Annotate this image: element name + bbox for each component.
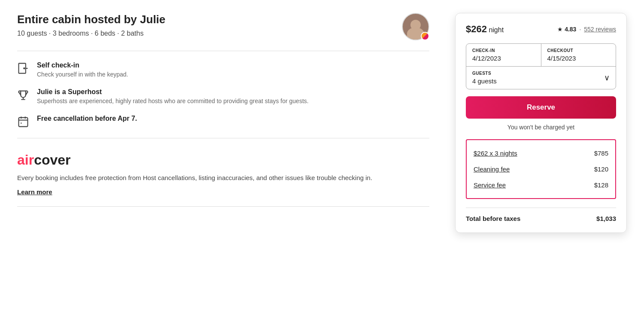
feature-superhost: Julie is a Superhost Superhosts are expe… (17, 88, 429, 104)
fee-service-label[interactable]: Service fee (474, 181, 506, 189)
checkout-label: CHECKOUT (547, 48, 610, 53)
feature-checkin-text: Self check-in Check yourself in with the… (37, 61, 128, 78)
checkout-value: 4/15/2023 (547, 55, 610, 62)
fee-cleaning-value: $120 (594, 165, 608, 173)
price-amount: $262 (466, 24, 487, 34)
checkin-label: CHECK-IN (472, 48, 535, 53)
fee-row-cleaning: Cleaning fee $120 (467, 161, 615, 177)
fee-nights-value: $785 (594, 150, 608, 157)
feature-checkin-desc: Check yourself in with the keypad. (37, 71, 128, 78)
fee-service-value: $128 (594, 181, 608, 189)
fee-row-nights: $262 x 3 nights $785 (467, 145, 615, 161)
guests-info: GUESTS 4 guests (472, 71, 497, 85)
rating-row: ★ 4.83 · 552 reviews (557, 26, 616, 33)
feature-self-checkin: Self check-in Check yourself in with the… (17, 61, 429, 78)
reserve-button[interactable]: Reserve (466, 96, 616, 119)
feature-checkin-title: Self check-in (37, 61, 128, 69)
rating-value: 4.83 (565, 26, 576, 33)
checkin-cell[interactable]: CHECK-IN 4/12/2023 (466, 44, 541, 66)
date-guest-grid: CHECK-IN 4/12/2023 CHECKOUT 4/15/2023 GU… (466, 43, 616, 89)
rating-dot: · (579, 26, 581, 33)
aircover-cover: cover (34, 152, 70, 168)
host-header: Entire cabin hosted by Julie 10 guests ·… (17, 13, 429, 40)
booking-card: $262 night ★ 4.83 · 552 reviews CHECK-IN… (455, 13, 627, 233)
aircover-logo: aircover (17, 152, 429, 168)
divider-top (17, 51, 429, 51)
price-rating-row: $262 night ★ 4.83 · 552 reviews (466, 24, 616, 35)
checkin-value: 4/12/2023 (472, 55, 535, 62)
feature-cancellation: Free cancellation before Apr 7. (17, 115, 429, 128)
no-charge-text: You won't be charged yet (466, 124, 616, 131)
feature-cancellation-text: Free cancellation before Apr 7. (37, 115, 137, 124)
learn-more-link[interactable]: Learn more (17, 188, 52, 196)
left-column: Entire cabin hosted by Julie 10 guests ·… (17, 13, 429, 233)
guests-value: 4 guests (472, 77, 497, 85)
feature-superhost-title: Julie is a Superhost (37, 88, 309, 96)
host-info: Entire cabin hosted by Julie 10 guests ·… (17, 13, 165, 37)
total-value: $1,033 (596, 215, 616, 222)
aircover-section: aircover Every booking includes free pro… (17, 152, 429, 196)
chevron-down-icon: ∨ (604, 73, 610, 83)
date-row: CHECK-IN 4/12/2023 CHECKOUT 4/15/2023 (466, 44, 616, 66)
fee-nights-label[interactable]: $262 x 3 nights (474, 150, 517, 157)
right-column: $262 night ★ 4.83 · 552 reviews CHECK-IN… (455, 13, 627, 233)
svg-point-2 (24, 68, 24, 69)
star-icon: ★ (557, 26, 563, 33)
night-label: night (487, 26, 504, 34)
aircover-desc: Every booking includes free protection f… (17, 173, 429, 183)
total-row: Total before taxes $1,033 (466, 208, 616, 222)
avatar-wrapper (402, 13, 429, 40)
feature-list: Self check-in Check yourself in with the… (17, 61, 429, 128)
feature-superhost-desc: Superhosts are experienced, highly rated… (37, 98, 309, 104)
divider-bottom (17, 206, 429, 207)
checkout-cell[interactable]: CHECKOUT 4/15/2023 (541, 44, 616, 66)
svg-rect-3 (19, 118, 28, 127)
guests-label: GUESTS (472, 71, 497, 76)
host-title: Entire cabin hosted by Julie (17, 13, 165, 26)
feature-superhost-text: Julie is a Superhost Superhosts are expe… (37, 88, 309, 104)
fee-cleaning-label[interactable]: Cleaning fee (474, 165, 510, 173)
calendar-icon (17, 116, 29, 128)
feature-cancellation-title: Free cancellation before Apr 7. (37, 115, 137, 122)
fees-section: $262 x 3 nights $785 Cleaning fee $120 S… (466, 139, 616, 199)
price-display: $262 night (466, 24, 504, 35)
reviews-link[interactable]: 552 reviews (584, 26, 616, 33)
guests-cell[interactable]: GUESTS 4 guests ∨ (466, 66, 616, 89)
aircover-air: air (17, 152, 34, 168)
trophy-icon (17, 89, 29, 101)
superhost-badge (421, 32, 429, 40)
divider-middle (17, 138, 429, 138)
fee-row-service: Service fee $128 (467, 177, 615, 193)
host-subtitle: 10 guests · 3 bedrooms · 6 beds · 2 bath… (17, 30, 165, 37)
total-label: Total before taxes (466, 215, 520, 222)
page-wrapper: Entire cabin hosted by Julie 10 guests ·… (0, 0, 644, 246)
door-icon (17, 62, 29, 74)
